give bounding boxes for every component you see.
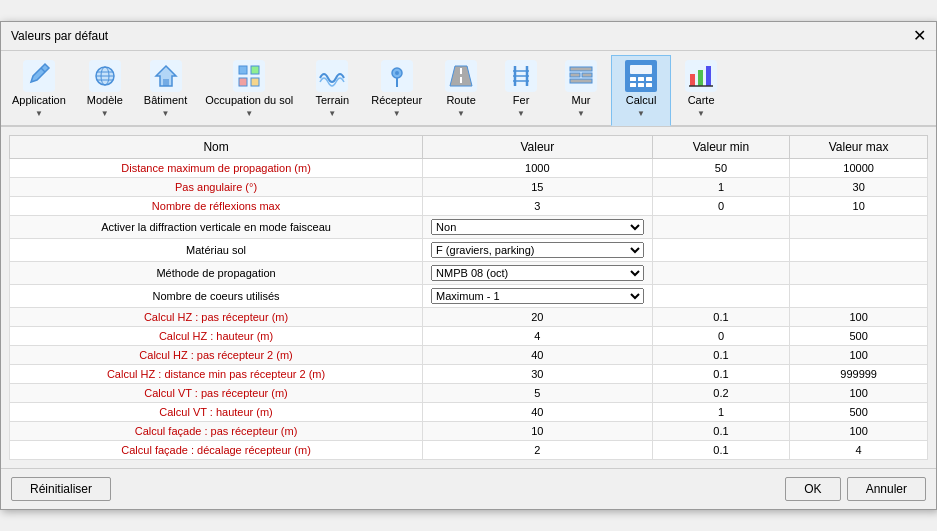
waves-icon bbox=[316, 60, 348, 92]
row-2-value: 3 bbox=[423, 196, 653, 215]
toolbar-arrow-modele: ▼ bbox=[101, 109, 109, 118]
close-button[interactable]: ✕ bbox=[913, 28, 926, 44]
row-1-min: 1 bbox=[652, 177, 790, 196]
row-6-select[interactable]: Maximum - 1 bbox=[431, 288, 644, 304]
table-row: Matériau solF (graviers, parking) bbox=[10, 238, 928, 261]
table-row: Calcul HZ : hauteur (m)40500 bbox=[10, 326, 928, 345]
svg-rect-13 bbox=[239, 78, 247, 86]
row-11-max: 100 bbox=[790, 383, 928, 402]
toolbar-item-calcul[interactable]: Calcul▼ bbox=[611, 55, 671, 125]
row-4-select[interactable]: F (graviers, parking) bbox=[431, 242, 644, 258]
row-6-value[interactable]: Maximum - 1 bbox=[423, 284, 653, 307]
row-3-select[interactable]: Non bbox=[431, 219, 644, 235]
row-14-max: 4 bbox=[790, 440, 928, 459]
row-12-value: 40 bbox=[423, 402, 653, 421]
reset-button[interactable]: Réinitialiser bbox=[11, 477, 111, 501]
row-0-min: 50 bbox=[652, 158, 790, 177]
toolbar-item-terrain[interactable]: Terrain▼ bbox=[302, 55, 362, 124]
toolbar-item-route[interactable]: Route▼ bbox=[431, 55, 491, 124]
row-8-value: 4 bbox=[423, 326, 653, 345]
row-14-value: 2 bbox=[423, 440, 653, 459]
row-8-min: 0 bbox=[652, 326, 790, 345]
row-3-value[interactable]: Non bbox=[423, 215, 653, 238]
svg-rect-38 bbox=[646, 77, 652, 81]
ok-button[interactable]: OK bbox=[785, 477, 840, 501]
row-7-max: 100 bbox=[790, 307, 928, 326]
row-5-value[interactable]: NMPB 08 (oct) bbox=[423, 261, 653, 284]
toolbar-item-fer[interactable]: Fer▼ bbox=[491, 55, 551, 124]
row-0-name: Distance maximum de propagation (m) bbox=[10, 158, 423, 177]
toolbar-arrow-route: ▼ bbox=[457, 109, 465, 118]
svg-rect-37 bbox=[638, 77, 644, 81]
svg-rect-33 bbox=[570, 79, 592, 83]
row-9-max: 100 bbox=[790, 345, 928, 364]
row-11-value: 5 bbox=[423, 383, 653, 402]
cancel-button[interactable]: Annuler bbox=[847, 477, 926, 501]
footer-right: OK Annuler bbox=[785, 477, 926, 501]
house-icon bbox=[150, 60, 182, 92]
row-10-min: 0.1 bbox=[652, 364, 790, 383]
row-7-value: 20 bbox=[423, 307, 653, 326]
globe-icon bbox=[89, 60, 121, 92]
toolbar-label-fer: Fer bbox=[513, 94, 530, 107]
toolbar-item-mur[interactable]: Mur▼ bbox=[551, 55, 611, 124]
row-9-name: Calcul HZ : pas récepteur 2 (m) bbox=[10, 345, 423, 364]
row-5-select[interactable]: NMPB 08 (oct) bbox=[431, 265, 644, 281]
table-row: Calcul VT : hauteur (m)401500 bbox=[10, 402, 928, 421]
row-12-name: Calcul VT : hauteur (m) bbox=[10, 402, 423, 421]
row-4-min bbox=[652, 238, 790, 261]
toolbar-label-recepteur: Récepteur bbox=[371, 94, 422, 107]
row-11-name: Calcul VT : pas récepteur (m) bbox=[10, 383, 423, 402]
toolbar-item-modele[interactable]: Modèle▼ bbox=[75, 55, 135, 124]
road-icon bbox=[445, 60, 477, 92]
table-header-2: Valeur min bbox=[652, 135, 790, 158]
row-4-name: Matériau sol bbox=[10, 238, 423, 261]
row-5-min bbox=[652, 261, 790, 284]
table-row: Calcul façade : décalage récepteur (m)20… bbox=[10, 440, 928, 459]
row-4-max bbox=[790, 238, 928, 261]
toolbar-label-modele: Modèle bbox=[87, 94, 123, 107]
table-row: Calcul façade : pas récepteur (m)100.110… bbox=[10, 421, 928, 440]
toolbar-item-recepteur[interactable]: Récepteur▼ bbox=[362, 55, 431, 124]
table-row: Nombre de coeurs utilisésMaximum - 1 bbox=[10, 284, 928, 307]
row-2-min: 0 bbox=[652, 196, 790, 215]
row-10-name: Calcul HZ : distance min pas récepteur 2… bbox=[10, 364, 423, 383]
row-6-name: Nombre de coeurs utilisés bbox=[10, 284, 423, 307]
pin-icon bbox=[381, 60, 413, 92]
toolbar-label-occupation: Occupation du sol bbox=[205, 94, 293, 107]
row-6-max bbox=[790, 284, 928, 307]
pencil-icon bbox=[23, 60, 55, 92]
table-header-0: Nom bbox=[10, 135, 423, 158]
svg-rect-11 bbox=[239, 66, 247, 74]
toolbar-arrow-fer: ▼ bbox=[517, 109, 525, 118]
svg-rect-39 bbox=[630, 83, 636, 87]
row-12-min: 1 bbox=[652, 402, 790, 421]
toolbar-arrow-mur: ▼ bbox=[577, 109, 585, 118]
rail-icon bbox=[505, 60, 537, 92]
table-header-1: Valeur bbox=[423, 135, 653, 158]
row-10-max: 999999 bbox=[790, 364, 928, 383]
toolbar-item-carte[interactable]: Carte▼ bbox=[671, 55, 731, 124]
wall-icon bbox=[565, 60, 597, 92]
svg-rect-34 bbox=[625, 60, 657, 92]
row-12-max: 500 bbox=[790, 402, 928, 421]
toolbar-item-batiment[interactable]: Bâtiment▼ bbox=[135, 55, 196, 124]
row-4-value[interactable]: F (graviers, parking) bbox=[423, 238, 653, 261]
table-row: Distance maximum de propagation (m)10005… bbox=[10, 158, 928, 177]
svg-rect-30 bbox=[570, 67, 592, 71]
row-8-max: 500 bbox=[790, 326, 928, 345]
calc-icon bbox=[625, 60, 657, 92]
chart-icon bbox=[685, 60, 717, 92]
toolbar-label-carte: Carte bbox=[688, 94, 715, 107]
toolbar-label-route: Route bbox=[446, 94, 475, 107]
row-2-max: 10 bbox=[790, 196, 928, 215]
row-7-name: Calcul HZ : pas récepteur (m) bbox=[10, 307, 423, 326]
table-row: Calcul HZ : pas récepteur 2 (m)400.1100 bbox=[10, 345, 928, 364]
row-1-value: 15 bbox=[423, 177, 653, 196]
table-row: Calcul HZ : pas récepteur (m)200.1100 bbox=[10, 307, 928, 326]
toolbar-item-application[interactable]: Application▼ bbox=[3, 55, 75, 124]
data-table: NomValeurValeur minValeur max Distance m… bbox=[9, 135, 928, 460]
toolbar-item-occupation[interactable]: Occupation du sol▼ bbox=[196, 55, 302, 124]
row-3-min bbox=[652, 215, 790, 238]
svg-rect-43 bbox=[690, 74, 695, 86]
